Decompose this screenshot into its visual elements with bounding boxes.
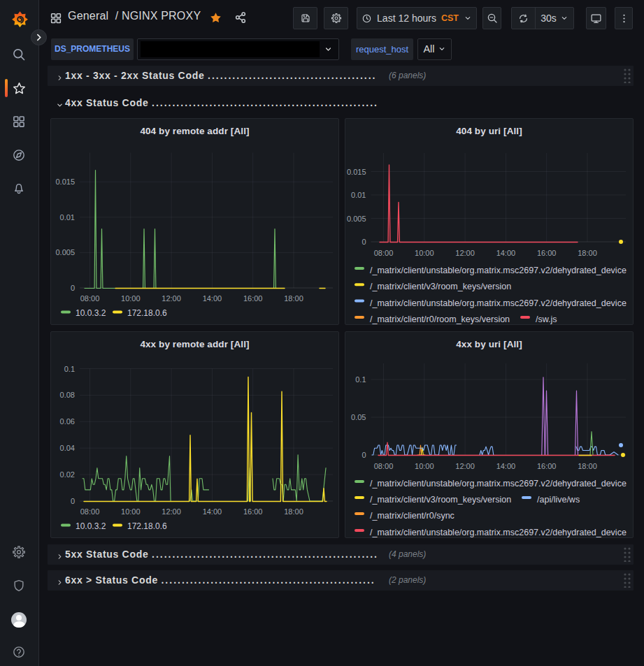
svg-text:0: 0 bbox=[71, 497, 75, 505]
svg-text:10.0.3.2: 10.0.3.2 bbox=[76, 308, 106, 318]
svg-text:16:00: 16:00 bbox=[537, 249, 557, 257]
svg-text:18:00: 18:00 bbox=[284, 294, 303, 303]
svg-text:14:00: 14:00 bbox=[496, 462, 516, 470]
svg-text:08:00: 08:00 bbox=[374, 249, 394, 257]
svg-text:0.005: 0.005 bbox=[347, 215, 366, 223]
svg-text:12:00: 12:00 bbox=[455, 249, 475, 257]
svg-text:0.08: 0.08 bbox=[60, 391, 75, 399]
svg-text:/sw.js: /sw.js bbox=[536, 314, 557, 324]
svg-text:18:00: 18:00 bbox=[578, 249, 597, 257]
svg-text:/_matrix/client/v3/room_keys/v: /_matrix/client/v3/room_keys/version bbox=[370, 282, 511, 291]
svg-text:0: 0 bbox=[362, 451, 366, 459]
svg-text:0.015: 0.015 bbox=[347, 168, 366, 176]
svg-text:/_matrix/client/unstable/org.m: /_matrix/client/unstable/org.matrix.msc2… bbox=[370, 298, 627, 308]
svg-text:0.01: 0.01 bbox=[60, 213, 75, 222]
svg-text:0: 0 bbox=[71, 284, 75, 292]
svg-text:/_matrix/client/r0/room_keys/v: /_matrix/client/r0/room_keys/version bbox=[370, 314, 510, 324]
svg-text:14:00: 14:00 bbox=[203, 294, 222, 303]
svg-text:0.02: 0.02 bbox=[60, 470, 75, 479]
svg-text:0.015: 0.015 bbox=[55, 178, 75, 186]
svg-text:10:00: 10:00 bbox=[415, 249, 434, 257]
svg-text:14:00: 14:00 bbox=[496, 249, 516, 257]
svg-text:10:00: 10:00 bbox=[415, 462, 434, 470]
svg-text:0: 0 bbox=[362, 238, 366, 246]
svg-text:16:00: 16:00 bbox=[243, 294, 263, 303]
svg-text:172.18.0.6: 172.18.0.6 bbox=[127, 308, 167, 318]
svg-text:08:00: 08:00 bbox=[374, 462, 394, 470]
svg-text:0.1: 0.1 bbox=[64, 365, 75, 373]
svg-text:/_matrix/client/v3/room_keys/v: /_matrix/client/v3/room_keys/version bbox=[370, 495, 511, 505]
svg-text:0.005: 0.005 bbox=[55, 248, 75, 256]
svg-text:10.0.3.2: 10.0.3.2 bbox=[76, 521, 106, 531]
svg-text:10:00: 10:00 bbox=[121, 294, 141, 303]
svg-text:12:00: 12:00 bbox=[455, 462, 475, 470]
svg-text:/api/live/ws: /api/live/ws bbox=[537, 495, 580, 505]
svg-text:12:00: 12:00 bbox=[162, 507, 181, 516]
svg-text:/_matrix/client/unstable/org.m: /_matrix/client/unstable/org.matrix.msc2… bbox=[370, 266, 627, 275]
svg-text:14:00: 14:00 bbox=[203, 507, 222, 516]
svg-text:18:00: 18:00 bbox=[578, 462, 597, 470]
svg-text:0.06: 0.06 bbox=[60, 417, 75, 426]
svg-text:/_matrix/client/unstable/org.m: /_matrix/client/unstable/org.matrix.msc2… bbox=[370, 479, 627, 488]
svg-text:18:00: 18:00 bbox=[284, 507, 303, 516]
svg-text:0.05: 0.05 bbox=[351, 413, 366, 421]
svg-text:0.1: 0.1 bbox=[355, 375, 366, 384]
svg-text:16:00: 16:00 bbox=[243, 507, 263, 516]
svg-text:0.01: 0.01 bbox=[351, 191, 366, 199]
svg-text:10:00: 10:00 bbox=[121, 507, 141, 516]
svg-text:16:00: 16:00 bbox=[537, 462, 557, 470]
svg-text:0.04: 0.04 bbox=[60, 444, 75, 452]
svg-text:08:00: 08:00 bbox=[80, 294, 100, 303]
svg-text:/_matrix/client/unstable/org.m: /_matrix/client/unstable/org.matrix.msc2… bbox=[370, 528, 627, 537]
svg-text:12:00: 12:00 bbox=[162, 294, 181, 303]
svg-text:172.18.0.6: 172.18.0.6 bbox=[127, 521, 167, 531]
svg-text:/_matrix/client/r0/sync: /_matrix/client/r0/sync bbox=[370, 511, 455, 521]
svg-text:08:00: 08:00 bbox=[80, 507, 100, 516]
